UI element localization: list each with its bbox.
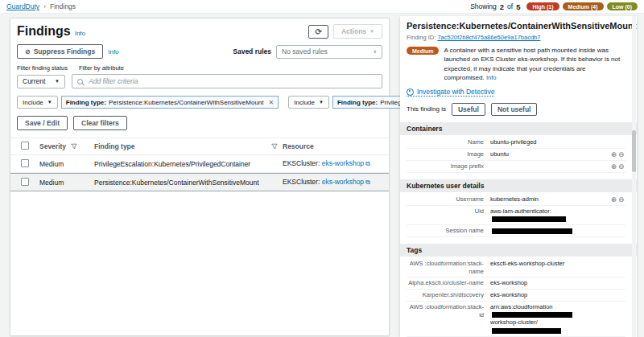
table-row[interactable]: MediumPersistence:Kubernetes/ContainerWi… [10,173,389,191]
detail-row-value: eks-workshop [490,291,606,299]
finding-type-header: Finding type [94,142,135,150]
title-info-link[interactable]: Info [75,30,85,37]
detail-row-label: Session name [407,227,490,235]
row-finding-type: PrivilegeEscalation:Kubernetes/Privilege… [94,160,283,168]
filter-search-box[interactable] [72,74,382,88]
detail-row-value [490,227,606,235]
status-select[interactable]: Current ▼ [17,75,65,88]
table-body: MediumPrivilegeEscalation:Kubernetes/Pri… [10,155,389,191]
include-dropdown[interactable]: Include▼ [17,96,58,109]
breadcrumb: GuardDuty › Findings [6,2,76,10]
chevron-down-icon: ▼ [55,79,60,84]
detail-row: Nameubuntu-privileged [407,137,625,149]
include-dropdown[interactable]: Include▼ [288,96,329,109]
severity-pill[interactable]: Low (0) [607,2,638,10]
filter-token-field: Finding type: [337,99,378,106]
filter-token[interactable]: Finding type:Persistence:Kubernetes/Cont… [61,96,279,109]
findings-summary: Showing 2 of 5 High (1)Medium (4)Low (0) [470,2,638,11]
breadcrumb-separator: › [43,2,46,10]
clear-filters-label: Clear filters [81,119,119,127]
zoom-in-icon[interactable]: ⊕ [611,150,618,158]
zoom-out-icon[interactable]: ⊖ [618,150,625,158]
finding-id-link[interactable]: 7ac520f2b8cf475a86e50e9a17bacdb7 [437,34,540,41]
row-checkbox[interactable] [21,159,29,167]
severity-pill[interactable]: High (1) [526,2,559,10]
detail-value-text: aws-iam-authenticator: [490,208,551,215]
detail-row: Karpenter.sh/discoveryeks-workshop [407,290,625,302]
table-row[interactable]: MediumPrivilegeEscalation:Kubernetes/Pri… [10,155,389,173]
status-select-value: Current [23,77,45,85]
investigate-with-detective-link[interactable]: Investigate with Detective [407,88,494,97]
row-checkbox[interactable] [21,178,29,186]
row-checkbox-cell [10,178,39,187]
detail-row: Alpha.eksctl.io/cluster-nameeks-workshop [407,277,625,290]
detail-scrollbar-thumb[interactable] [632,130,636,172]
showing-count: 2 [500,2,504,11]
resource-link[interactable]: eks-workshop [322,178,364,186]
description-info-link[interactable]: Info [486,74,497,81]
zoom-in-icon[interactable]: ⊕ [611,195,618,203]
filter-attribute-label: Filter by attribute [79,64,124,72]
refresh-button[interactable]: ⟳ [308,25,328,39]
row-severity: Medium [39,179,94,187]
severity-pill[interactable]: Medium (4) [563,2,604,10]
breadcrumb-guardduty-link[interactable]: GuardDuty [6,2,39,10]
findings-table: Severity Finding type Resource MediumPri… [10,138,389,191]
breadcrumb-current: Findings [50,2,76,10]
finding-detail-title: Persistence:Kubernetes/ContainerWithSens… [407,21,636,31]
finding-type-filter-icon[interactable] [271,143,278,150]
finding-id-label: Finding ID: [407,34,436,41]
search-input[interactable] [87,76,377,86]
resource-link[interactable]: eks-workshop [322,159,364,167]
detail-row-value: arn:aws:cloudformationworkshop-cluster/ [490,303,606,335]
detail-row-icons: ⊕⊖ [606,195,625,203]
severity-pills: High (1)Medium (4)Low (0) [526,2,638,10]
zoom-in-icon[interactable]: ⊕ [611,162,618,171]
finding-detail-panel: Persistence:Kubernetes/ContainerWithSens… [400,16,637,337]
chevron-down-icon: ▼ [319,100,324,105]
showing-label: Showing [470,2,497,10]
detail-value-text: ubuntu [490,150,509,158]
detail-row-label: Image prefix [407,162,490,171]
chevron-down-icon: ▼ [369,29,374,34]
detail-value-text: workshop-cluster/ [490,319,538,326]
detail-value-text: eksctl-eks-workshop-cluster [490,260,565,267]
not-useful-label: Not useful [497,105,531,113]
detail-sections: ContainersNameubuntu-privilegedImageubun… [407,122,625,337]
of-label: of [507,2,513,10]
detail-row-label: AWS :cloudformation:stack-name [407,260,490,276]
external-link-icon[interactable]: ⧉ [365,160,370,167]
detail-row: Image prefix⊕⊖ [407,161,625,173]
select-all-checkbox[interactable] [21,142,29,150]
detail-row: Imageubuntu⊕⊖ [407,149,625,161]
feedback-label: This finding is [407,105,446,113]
severity-filter-icon[interactable] [71,143,77,150]
filter-tokens: Include▼Finding type:Persistence:Kuberne… [17,96,382,109]
useful-button[interactable]: Useful [452,103,485,116]
section-header: Kubernetes user details [400,179,637,192]
not-useful-button[interactable]: Not useful [491,103,538,116]
zoom-out-icon[interactable]: ⊖ [618,195,625,203]
detail-row-label: Image [407,150,490,158]
detail-row-value: ubuntu-privileged [490,138,606,146]
actions-button[interactable]: Actions ▼ [333,24,382,39]
include-label: Include [23,99,43,106]
saved-rules-select[interactable]: No saved rules ∨ [276,45,382,59]
page-title-text: Findings [17,24,71,39]
resource-type-label: EKSCluster: [283,178,322,186]
external-link-icon[interactable]: ⧉ [365,179,370,186]
suppress-findings-button[interactable]: ⊘ Suppress Findings [17,44,103,59]
suppress-info-link[interactable]: Info [108,48,118,55]
detail-row-label: Alpha.eksctl.io/cluster-name [407,279,490,287]
finding-description-text: A container with a sensitive host path m… [444,47,620,81]
remove-token-icon[interactable]: ✕ [269,99,275,106]
detail-row-label: AWS :cloudformation:stack-id [407,303,490,319]
clear-filters-button[interactable]: Clear filters [73,116,127,130]
filter-token-group: Include▼Finding type:Persistence:Kuberne… [17,96,279,109]
severity-header: Severity [39,142,66,150]
detail-row-label: Karpenter.sh/discovery [407,291,490,299]
save-edit-button[interactable]: Save / Edit [17,116,68,130]
detail-scrollbar-track[interactable] [632,16,636,337]
zoom-out-icon[interactable]: ⊖ [618,162,625,171]
redacted-value [492,228,572,234]
